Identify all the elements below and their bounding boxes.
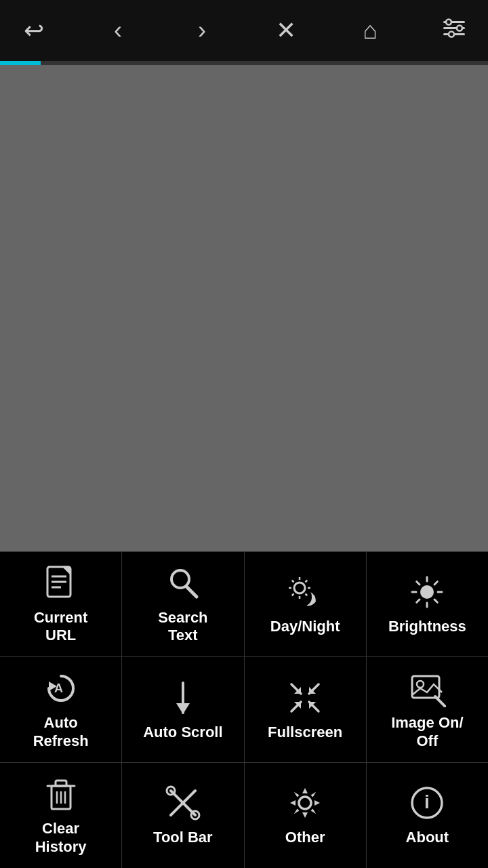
search-text-label: SearchText <box>158 609 207 645</box>
image-on-off-label: Image On/Off <box>391 714 463 750</box>
clear-history-label: ClearHistory <box>35 820 87 856</box>
svg-rect-42 <box>412 676 439 698</box>
fullscreen-button[interactable]: Fullscreen <box>245 657 367 762</box>
next-button[interactable]: › <box>182 16 222 45</box>
menu-row-2: A AutoRefresh Auto Scroll <box>0 656 488 762</box>
home-button[interactable]: ⌂ <box>350 16 390 45</box>
auto-scroll-label: Auto Scroll <box>143 724 222 741</box>
clear-history-button[interactable]: ClearHistory <box>0 763 122 868</box>
auto-refresh-button[interactable]: A AutoRefresh <box>0 657 122 762</box>
svg-line-17 <box>292 580 294 583</box>
day-night-label: Day/Night <box>270 618 340 635</box>
bottom-menu: CurrentURL SearchText <box>0 551 488 868</box>
top-bar: ↩ ‹ › ✕ ⌂ <box>0 0 488 61</box>
svg-rect-47 <box>56 781 66 786</box>
other-label: Other <box>285 829 325 846</box>
tool-bar-button[interactable]: Tool Bar <box>122 763 244 868</box>
fullscreen-label: Fullscreen <box>268 724 342 741</box>
svg-line-26 <box>417 582 420 585</box>
day-night-button[interactable]: Day/Night <box>245 552 367 657</box>
tool-bar-label: Tool Bar <box>153 829 213 846</box>
svg-text:i: i <box>424 791 430 812</box>
about-label: About <box>406 829 449 846</box>
image-on-off-button[interactable]: Image On/Off <box>367 657 488 762</box>
current-url-button[interactable]: CurrentURL <box>0 552 122 657</box>
other-button[interactable]: Other <box>245 763 367 868</box>
brightness-button[interactable]: Brightness <box>367 552 488 657</box>
search-text-button[interactable]: SearchText <box>122 552 244 657</box>
svg-line-27 <box>434 599 437 602</box>
menu-row-3: ClearHistory Tool Bar <box>0 762 488 868</box>
svg-point-5 <box>449 31 454 37</box>
close-button[interactable]: ✕ <box>266 16 306 45</box>
brightness-label: Brightness <box>388 618 466 635</box>
svg-point-4 <box>457 25 462 31</box>
svg-point-3 <box>446 19 451 24</box>
back-button[interactable]: ↩ <box>14 16 54 45</box>
auto-scroll-button[interactable]: Auto Scroll <box>122 657 244 762</box>
svg-point-43 <box>417 681 424 688</box>
svg-line-44 <box>435 696 446 707</box>
auto-refresh-label: AutoRefresh <box>33 714 89 750</box>
content-area <box>0 65 488 551</box>
svg-line-20 <box>292 593 294 595</box>
prev-button[interactable]: ‹ <box>98 16 138 45</box>
svg-line-18 <box>306 593 308 595</box>
about-button[interactable]: i About <box>367 763 488 868</box>
svg-line-29 <box>417 599 420 602</box>
svg-line-28 <box>434 582 437 585</box>
menu-row-1: CurrentURL SearchText <box>0 551 488 657</box>
svg-point-21 <box>420 585 434 599</box>
svg-line-19 <box>306 580 308 583</box>
settings-button[interactable] <box>434 14 474 47</box>
current-url-label: CurrentURL <box>34 609 87 645</box>
svg-point-12 <box>294 583 305 593</box>
svg-line-11 <box>186 587 197 597</box>
svg-point-55 <box>299 797 311 809</box>
svg-text:A: A <box>54 682 63 695</box>
svg-marker-33 <box>176 703 190 714</box>
